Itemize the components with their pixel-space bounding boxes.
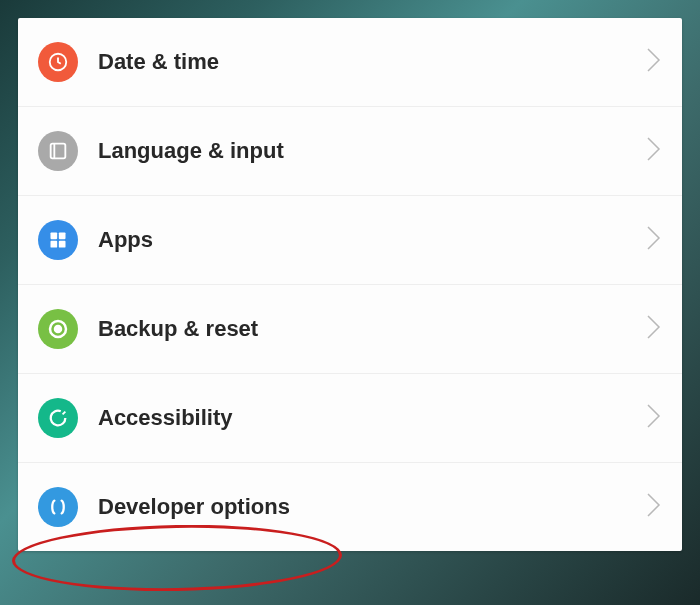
settings-item-date-time[interactable]: Date & time bbox=[18, 18, 682, 107]
svg-rect-4 bbox=[51, 241, 58, 248]
settings-item-label: Language & input bbox=[98, 138, 646, 164]
settings-item-backup[interactable]: Backup & reset bbox=[18, 285, 682, 374]
settings-item-label: Accessibility bbox=[98, 405, 646, 431]
settings-item-language[interactable]: Language & input bbox=[18, 107, 682, 196]
settings-item-label: Date & time bbox=[98, 49, 646, 75]
svg-rect-3 bbox=[59, 233, 66, 240]
chevron-right-icon bbox=[646, 314, 662, 344]
settings-item-developer[interactable]: Developer options bbox=[18, 463, 682, 551]
settings-item-apps[interactable]: Apps bbox=[18, 196, 682, 285]
chevron-right-icon bbox=[646, 492, 662, 522]
svg-rect-1 bbox=[51, 144, 66, 159]
chevron-right-icon bbox=[646, 225, 662, 255]
accessibility-icon bbox=[38, 398, 78, 438]
chevron-right-icon bbox=[646, 136, 662, 166]
settings-item-accessibility[interactable]: Accessibility bbox=[18, 374, 682, 463]
chevron-right-icon bbox=[646, 403, 662, 433]
chevron-right-icon bbox=[646, 47, 662, 77]
keyboard-icon bbox=[38, 131, 78, 171]
clock-icon bbox=[38, 42, 78, 82]
svg-rect-5 bbox=[59, 241, 66, 248]
settings-list: Date & time Language & input bbox=[18, 18, 682, 551]
settings-item-label: Backup & reset bbox=[98, 316, 646, 342]
svg-point-7 bbox=[55, 326, 61, 332]
svg-rect-2 bbox=[51, 233, 58, 240]
settings-item-label: Developer options bbox=[98, 494, 646, 520]
backup-icon bbox=[38, 309, 78, 349]
apps-icon bbox=[38, 220, 78, 260]
settings-item-label: Apps bbox=[98, 227, 646, 253]
developer-icon bbox=[38, 487, 78, 527]
